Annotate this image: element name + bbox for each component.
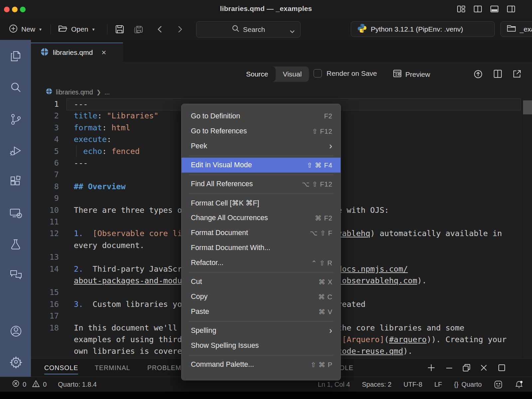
menu-item-go-to-definition[interactable]: Go to DefinitionF2 (182, 109, 340, 124)
menu-item-format-document-with[interactable]: Format Document With... (182, 240, 340, 255)
window-title: libraries.qmd — _examples (0, 5, 532, 13)
search-icon (232, 25, 240, 34)
code-text: format: html (74, 122, 130, 134)
settings-gear-icon[interactable] (9, 355, 22, 368)
run-debug-icon[interactable] (9, 144, 22, 157)
panel-tab-problems[interactable]: PROBLEMS (147, 359, 186, 377)
problems-status[interactable]: 0 0 (12, 380, 47, 389)
line-number: 17 (33, 310, 59, 322)
testing-icon[interactable] (9, 238, 22, 251)
error-icon (12, 380, 20, 389)
menu-item-find-all-references[interactable]: Find All References⌥ ⇧ F12 (182, 177, 340, 192)
customize-layout-icon[interactable] (457, 5, 466, 13)
quarto-file-icon (40, 48, 49, 58)
interpreter-selector[interactable]: Python 3.12.1 (PipEnv: .venv) (351, 21, 495, 37)
menu-item-label: Peek (191, 142, 207, 150)
line-number: 12 (33, 228, 59, 239)
navigate-forward-button[interactable] (176, 19, 184, 40)
line-number: 6 (33, 157, 59, 169)
menu-item-edit-in-visual-mode[interactable]: Edit in Visual Mode⇧ ⌘ F4 (182, 158, 340, 173)
breadcrumb-ellipsis[interactable]: ... (104, 88, 110, 96)
breadcrumb-file[interactable]: libraries.qmd (56, 88, 93, 96)
workspace-button[interactable]: _examples (500, 21, 532, 37)
open-file-button[interactable]: Open ▾ (58, 19, 94, 40)
notifications-bell-icon[interactable] (515, 380, 523, 389)
menu-item-show-spelling-issues[interactable]: Show Spelling Issues (182, 338, 340, 353)
open-in-new-window-icon[interactable] (512, 69, 522, 79)
navigate-back-button[interactable] (156, 19, 164, 40)
line-number: 13 (33, 251, 59, 263)
line-number: 5 (33, 146, 59, 157)
menu-item-label: Show Spelling Issues (191, 341, 259, 350)
maximize-panel-icon[interactable] (497, 363, 506, 372)
render-on-save-checkbox[interactable] (314, 69, 322, 77)
search-icon[interactable] (9, 81, 22, 94)
render-document-icon[interactable] (473, 69, 483, 79)
menu-separator (182, 154, 340, 158)
menu-item-shortcut: ⌘ F2 (315, 214, 332, 222)
source-control-icon[interactable] (9, 113, 22, 126)
braces-icon: {} (454, 381, 458, 388)
scrollbar-gutter (522, 98, 523, 358)
close-panel-icon[interactable] (479, 363, 488, 372)
explorer-icon[interactable] (9, 50, 22, 63)
split-editor-layout-icon[interactable] (473, 5, 482, 13)
toggle-sidebar-icon[interactable] (507, 5, 515, 13)
menu-item-label: Find All References (191, 180, 253, 188)
menu-item-format-document[interactable]: Format Document⌥ ⇧ F (182, 225, 340, 240)
extensions-icon[interactable] (9, 176, 22, 188)
menu-item-paste[interactable]: Paste⌘ V (182, 304, 340, 319)
menu-item-command-palette[interactable]: Command Palette...⇧ ⌘ P (182, 357, 340, 372)
feedback-smiley-icon[interactable] (494, 380, 503, 389)
eol-status[interactable]: LF (434, 381, 442, 388)
line-number: 1 (33, 98, 59, 110)
chevron-down-icon: ▾ (92, 27, 94, 32)
search-input[interactable]: Search (196, 21, 301, 38)
folder-open-icon (58, 24, 68, 35)
save-button[interactable] (115, 19, 125, 40)
language-mode-status[interactable]: {} Quarto (454, 381, 482, 388)
tab-close-icon[interactable]: × (101, 49, 106, 57)
account-icon[interactable] (9, 325, 22, 337)
code-text: --- (74, 157, 88, 169)
preview-button[interactable]: Preview (393, 69, 430, 79)
save-all-button[interactable] (133, 19, 144, 40)
source-mode-button[interactable]: Source (239, 66, 276, 82)
encoding-status[interactable]: UTF-8 (403, 381, 422, 388)
indentation-status[interactable]: Spaces: 2 (362, 381, 392, 388)
line-number: 18 (33, 322, 59, 334)
menu-item-copy[interactable]: Copy⌘ C (182, 289, 340, 304)
comments-icon[interactable] (9, 269, 22, 281)
remote-sessions-icon[interactable] (9, 207, 22, 219)
code-text: ## Overview (74, 181, 126, 193)
submenu-arrow-icon: › (329, 142, 332, 151)
code-text: echo: fenced (74, 146, 140, 157)
menu-item-spelling[interactable]: Spelling› (182, 323, 340, 338)
menu-item-label: Paste (191, 308, 209, 316)
menu-item-format-cell-k-f[interactable]: Format Cell [⌘K ⌘F] (182, 196, 340, 210)
menu-item-cut[interactable]: Cut⌘ X (182, 274, 340, 289)
menu-item-change-all-occurrences[interactable]: Change All Occurrences⌘ F2 (182, 210, 340, 225)
cursor-position-status[interactable]: Ln 1, Col 4 (318, 381, 350, 388)
menu-item-go-to-references[interactable]: Go to References⇧ F12 (182, 124, 340, 139)
new-file-button[interactable]: New ▾ (9, 19, 42, 40)
restore-panel-icon[interactable] (462, 363, 471, 372)
editor-context-menu: Go to DefinitionF2Go to References⇧ F12P… (181, 104, 341, 380)
panel-tab-terminal[interactable]: TERMINAL (95, 359, 130, 377)
split-editor-icon[interactable] (493, 69, 503, 79)
menu-item-peek[interactable]: Peek› (182, 139, 340, 154)
code-text: execute: (74, 134, 111, 145)
tab-libraries-qmd[interactable]: libraries.qmd × (31, 43, 123, 62)
menu-item-refactor[interactable]: Refactor...⌃ ⇧ R (182, 255, 340, 270)
line-number: 11 (33, 216, 59, 228)
visual-mode-button[interactable]: Visual (276, 66, 309, 82)
minimize-panel-icon[interactable] (445, 363, 454, 372)
menu-item-label: Command Palette... (191, 360, 254, 369)
new-console-plus-icon[interactable] (427, 363, 436, 372)
menu-item-label: Cut (191, 278, 202, 286)
panel-tab-console[interactable]: CONSOLE (44, 359, 78, 377)
menu-item-label: Format Document (191, 229, 248, 237)
toggle-panel-icon[interactable] (490, 5, 499, 13)
quarto-version-status[interactable]: Quarto: 1.8.4 (58, 381, 97, 388)
scrollbar-thumb[interactable] (523, 100, 532, 114)
